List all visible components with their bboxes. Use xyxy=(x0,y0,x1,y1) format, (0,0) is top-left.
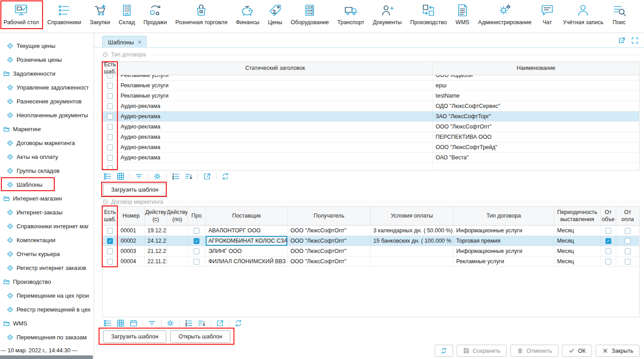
sidebar-item[interactable]: Регистр интернет заказов xyxy=(0,261,94,275)
table-row[interactable]: Аудио-реклама ЗАО "ЛюксСофтТорг" xyxy=(103,111,639,122)
sort-icon[interactable] xyxy=(185,172,193,180)
table-row[interactable]: Аудио-реклама ОАО "Веста" xyxy=(103,153,639,163)
footer-button[interactable]: ОК xyxy=(562,345,592,357)
table-row[interactable]: Рекламные услуги ерш xyxy=(103,81,639,91)
prolong-checkbox[interactable] xyxy=(194,228,199,234)
sort-icon[interactable] xyxy=(198,319,206,327)
by-payment-checkbox[interactable] xyxy=(625,228,631,234)
has-template-checkbox[interactable] xyxy=(107,259,113,265)
has-template-checkbox[interactable] xyxy=(107,145,113,150)
table-row[interactable]: Аудио-реклама ООО "ЛюксСофтТрейд" xyxy=(103,142,639,153)
column-header-has-template[interactable]: Есть шаб. xyxy=(103,62,118,75)
export-icon[interactable] xyxy=(216,319,224,327)
table-row[interactable] xyxy=(103,163,639,170)
table-row[interactable]: Рекламные услуги testName xyxy=(103,91,639,101)
has-template-checkbox[interactable] xyxy=(107,103,113,109)
toolbar-item[interactable]: Продажи xyxy=(143,3,167,26)
table-row[interactable]: Рекламные услуги ООО Ходабои xyxy=(103,75,639,81)
toolbar-item[interactable]: Транспорт xyxy=(337,3,364,26)
table-view-icon[interactable] xyxy=(117,172,125,180)
numbered-list-icon[interactable] xyxy=(172,172,180,180)
export-icon[interactable] xyxy=(203,172,211,180)
circle-minus-icon[interactable] xyxy=(102,199,108,205)
sidebar-item[interactable]: Отчеты курьера xyxy=(0,247,94,261)
column-header-name[interactable]: Наименование xyxy=(433,62,639,75)
sidebar-item[interactable]: Задолженности xyxy=(0,67,94,81)
column-header[interactable]: Номер xyxy=(118,207,145,225)
list-view-icon[interactable] xyxy=(104,172,112,180)
by-volume-checkbox[interactable] xyxy=(605,259,611,265)
sidebar-item[interactable]: Управление задолженност xyxy=(0,81,94,94)
prolong-checkbox[interactable] xyxy=(194,248,199,254)
has-template-checkbox[interactable] xyxy=(107,155,113,161)
toolbar-item[interactable]: Чат xyxy=(540,3,554,26)
load-template-button-2[interactable]: Загрузить шаблон xyxy=(103,330,166,343)
has-template-checkbox[interactable] xyxy=(107,248,113,254)
table-row[interactable]: Аудио-реклама ООО "ЛюксСофтОпт" xyxy=(103,122,639,132)
toolbar-item[interactable]: Закупки xyxy=(90,3,110,26)
by-volume-checkbox[interactable] xyxy=(605,238,611,244)
sidebar-item[interactable]: Справочники интернет маг xyxy=(0,219,94,233)
has-template-checkbox[interactable] xyxy=(107,83,113,89)
tab-close-icon[interactable]: × xyxy=(138,39,142,45)
toolbar-item[interactable]: Финансы xyxy=(236,3,259,26)
sidebar-item[interactable]: Неоплаченные документы xyxy=(0,108,94,122)
numbered-list-icon[interactable] xyxy=(185,319,193,327)
filter-icon[interactable] xyxy=(135,172,143,180)
expand-icon[interactable] xyxy=(631,37,639,44)
table-row[interactable]: Аудио-реклама ПЕРСПЕКТИВА ООО xyxy=(103,132,639,142)
has-template-checkbox[interactable] xyxy=(107,75,113,78)
sidebar-item[interactable]: Производство xyxy=(0,275,94,289)
sidebar-item[interactable]: Разнесение документов xyxy=(0,94,94,108)
sidebar-item[interactable]: Текущие цены xyxy=(0,39,94,53)
refresh-icon[interactable] xyxy=(234,319,242,327)
has-template-checkbox[interactable] xyxy=(107,165,113,171)
has-template-checkbox[interactable] xyxy=(107,238,113,244)
column-header[interactable]: Тип договора xyxy=(454,207,554,225)
by-payment-checkbox[interactable] xyxy=(625,248,631,254)
by-volume-checkbox[interactable] xyxy=(605,228,611,234)
toolbar-item[interactable]: Оборудование xyxy=(291,3,329,26)
table-row[interactable]: 00001 19.12.21 АВАЛОНТОРГ ООО ООО "ЛюксС… xyxy=(103,226,639,236)
sidebar-item[interactable]: Договоры маркетинга xyxy=(0,136,94,150)
column-header[interactable]: Поставщик xyxy=(206,207,288,225)
footer-button[interactable]: Отменить xyxy=(510,345,558,357)
column-header[interactable]: Действу (по) xyxy=(167,207,188,225)
open-in-window-icon[interactable] xyxy=(618,37,626,44)
has-template-checkbox[interactable] xyxy=(107,114,113,120)
toolbar-item[interactable]: Розничная торговля xyxy=(175,3,227,26)
by-payment-checkbox[interactable] xyxy=(625,259,631,265)
column-header[interactable]: От опла xyxy=(616,207,639,225)
toolbar-item[interactable]: Документы xyxy=(373,3,402,26)
by-volume-checkbox[interactable] xyxy=(605,248,611,254)
column-header[interactable]: Получатель xyxy=(288,207,371,225)
table-row[interactable]: Аудио-реклама ОДО "ЛюксСофтСервис" xyxy=(103,101,639,111)
footer-button[interactable]: Сохранить xyxy=(457,345,507,357)
sidebar-item[interactable]: Акты на оплату xyxy=(0,150,94,164)
refresh-icon[interactable] xyxy=(221,172,229,180)
toolbar-item[interactable]: Рабочий стол xyxy=(4,3,39,26)
sidebar-item[interactable]: Перемещение на цех прои xyxy=(0,289,94,303)
table-row[interactable]: 00004 22.11.21 ФИЛИАЛ СЛОНИМСКИЙ ВВЗ ООО… xyxy=(103,256,639,267)
sidebar-item[interactable]: Розничные цены xyxy=(0,53,94,67)
column-header-static-header[interactable]: Статический заголовок xyxy=(118,62,433,75)
settings-icon[interactable] xyxy=(153,172,161,180)
footer-button[interactable] xyxy=(435,345,453,357)
toolbar-item[interactable]: Справочники xyxy=(47,3,81,26)
has-template-checkbox[interactable] xyxy=(107,124,113,130)
prolong-checkbox[interactable] xyxy=(194,238,199,244)
toolbar-item[interactable]: WMS xyxy=(455,3,470,26)
toolbar-item[interactable]: Цены xyxy=(268,3,282,26)
toolbar-item[interactable]: Производство xyxy=(410,3,447,26)
table-row[interactable]: 00002 24.12.21 АГРОКОМБИНАТ КОЛОС СЗА ОО… xyxy=(103,236,639,246)
horizontal-scrollbar[interactable] xyxy=(0,355,93,359)
has-template-checkbox[interactable] xyxy=(107,228,113,234)
sidebar-item[interactable]: Реестр перемещений в цех xyxy=(0,303,94,316)
column-header[interactable]: От объе xyxy=(601,207,616,225)
sidebar-item[interactable]: Перемещения по заказам xyxy=(0,330,94,344)
by-payment-checkbox[interactable] xyxy=(625,238,631,244)
list-view-icon[interactable] xyxy=(104,319,112,327)
table-row[interactable]: 00003 21.12.21 ЭЛИНГ ООО ООО "ЛюксСофтОп… xyxy=(103,246,639,256)
open-template-button[interactable]: Открыть шаблон xyxy=(170,330,230,343)
settings-icon[interactable] xyxy=(166,319,174,327)
